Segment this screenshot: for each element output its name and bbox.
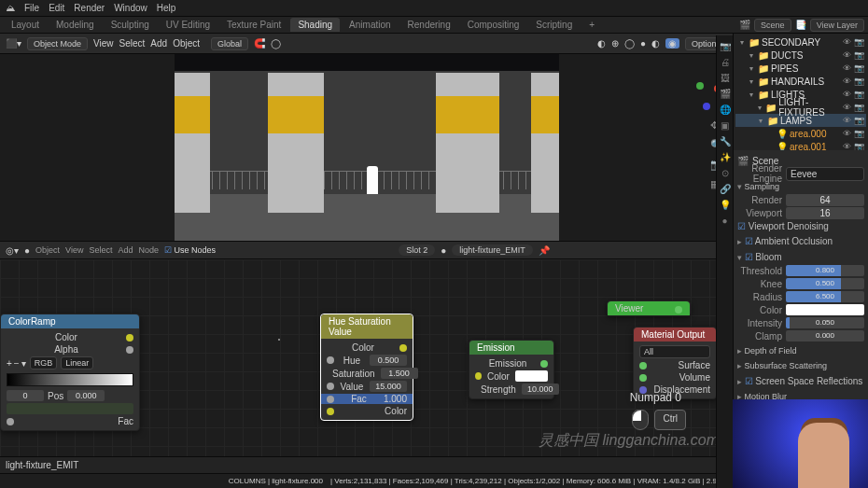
tab-render-icon[interactable]: 📷 [720,41,730,51]
snap-icon[interactable]: 🧲 [254,38,265,49]
mode-dropdown[interactable]: Object Mode [27,37,88,50]
ramp-pos[interactable]: 0.000 [67,390,105,401]
socket-surface[interactable] [639,362,647,369]
ramp-del[interactable]: − [14,358,20,369]
node-emission[interactable]: Emission Emission Color Strength10.000 [469,340,554,399]
shading-render-icon[interactable]: ◉ [665,38,679,49]
outliner-item[interactable]: 💡area.000👁📷 [735,127,866,140]
gizmo-toggle-icon[interactable]: ⊕ [611,38,619,49]
fac-val[interactable]: 1.000 [384,394,407,404]
tab-sculpting[interactable]: Sculpting [104,18,157,32]
hue-val[interactable]: 0.500 [370,355,407,366]
tab-constraint-icon[interactable]: 🔗 [720,184,730,194]
tab-texpaint[interactable]: Texture Paint [219,18,288,32]
socket-emission-out[interactable] [540,360,548,368]
vp-object[interactable]: Object [173,38,200,49]
denoise-check[interactable]: Viewport Denoising [737,221,829,231]
outliner-item[interactable]: ▾📁HANDRAILS👁📷 [735,75,866,88]
sec-dof[interactable]: Depth of Field [737,344,864,357]
outliner-item[interactable]: ▾📁PIPES👁📷 [735,62,866,75]
vp-add[interactable]: Add [150,38,167,49]
tab-particle-icon[interactable]: ✨ [720,152,730,162]
menu-edit[interactable]: Edit [49,3,64,13]
emit-color[interactable] [515,370,548,382]
node-viewer[interactable]: Viewer [607,300,691,316]
samples-render[interactable]: 64 [786,194,864,206]
ramp-stop-color[interactable] [7,403,133,414]
layer-field[interactable]: View Layer [810,19,864,32]
tab-rendering[interactable]: Rendering [400,18,458,32]
sec-sampling[interactable]: Sampling [737,180,864,193]
tab-output-icon[interactable]: 🖨 [720,57,730,67]
node-title[interactable]: Hue Saturation Value [321,314,413,339]
output-target[interactable]: All [639,345,710,358]
node-color-ramp[interactable]: ColorRamp Color Alpha +−▾ RGB Linear 0 P… [0,314,140,431]
tab-physics-icon[interactable]: ⊙ [720,168,730,178]
nh-view[interactable]: View [65,245,83,255]
vp-view[interactable]: View [93,38,114,49]
socket-fac-in[interactable] [7,418,14,425]
outliner-item[interactable]: ▾📁SECONDARY👁📷 [735,35,866,49]
menu-window[interactable]: Window [114,3,147,13]
tab-add[interactable]: + [581,18,602,32]
outliner[interactable]: ▾📁SECONDARY👁📷▾📁DUCTS👁📷▾📁PIPES👁📷▾📁HANDRAI… [734,34,868,150]
engine-dd[interactable]: Eevee [786,167,864,181]
ramp-menu[interactable]: ▾ [21,358,26,369]
tab-scripting[interactable]: Scripting [528,18,580,32]
nh-select[interactable]: Select [89,245,112,255]
mat-breadcrumb[interactable]: light-fixture_EMIT [6,460,78,470]
ramp-interp[interactable]: Linear [61,356,93,369]
proportional-icon[interactable]: ◯ [271,38,281,49]
bloom-knee[interactable]: 0.500 [786,278,864,289]
vp-select[interactable]: Select [119,38,146,49]
sec-bloom[interactable]: Bloom [737,250,864,264]
sh-type-obj[interactable]: ● [24,245,30,256]
bloom-clamp[interactable]: 0.000 [786,330,864,342]
pin-icon[interactable]: 📌 [539,245,550,256]
scene-field[interactable]: Scene [754,19,791,32]
node-material-output[interactable]: Material Output All Surface Volume Displ… [633,327,717,399]
editor-type-icon[interactable]: ⬛▾ [6,38,21,49]
ramp-mode[interactable]: RGB [30,356,58,369]
sec-ssr[interactable]: Screen Space Reflections [737,374,864,388]
orientation-dd[interactable]: Global [211,37,248,50]
shading-matprev-icon[interactable]: ◐ [651,38,660,49]
node-title[interactable]: ColorRamp [1,314,139,328]
bloom-intensity[interactable]: 0.050 [786,317,864,328]
nh-node[interactable]: Node [138,245,159,255]
tab-material-icon[interactable]: ● [720,216,730,226]
outliner-item[interactable]: ▾📁LAMPS👁📷 [735,114,866,127]
val-val[interactable]: 15.000 [370,381,407,392]
slot-select[interactable]: Slot 2 [399,244,435,256]
color-ramp-bar[interactable] [7,373,133,386]
emit-strength[interactable]: 10.000 [522,383,559,395]
tab-object-icon[interactable]: ▣ [720,120,730,131]
tab-scene-icon[interactable]: 🎬 [720,89,730,99]
tab-animation[interactable]: Animation [342,18,398,32]
node-editor-icon[interactable]: ◎▾ [6,245,19,256]
tab-compositing[interactable]: Compositing [460,18,527,32]
menu-help[interactable]: Help [157,3,176,13]
use-nodes-check[interactable]: Use Nodes [164,245,216,255]
shading-wire-icon[interactable]: ◯ [624,38,635,49]
tab-viewlayer-icon[interactable]: 🖼 [720,73,730,83]
menu-file[interactable]: File [24,3,39,13]
node-editor[interactable]: Gradient Texture Color Fac Spherical Vec… [0,259,733,488]
outliner-item[interactable]: 💡area.001👁📷 [735,140,866,150]
tab-layout[interactable]: Layout [4,18,47,32]
socket-color-out[interactable] [399,344,407,352]
sec-ao[interactable]: Ambient Occlusion [737,234,864,248]
outliner-item[interactable]: ▾📁LIGHT-FIXTURES👁📷 [735,101,866,114]
bloom-threshold[interactable]: 0.800 [786,265,864,276]
node-title[interactable]: Material Output [634,328,716,342]
nh-add[interactable]: Add [118,245,133,255]
tab-shading[interactable]: Shading [290,18,340,32]
socket-color-in[interactable] [327,408,334,415]
3d-viewport[interactable]: ✥ 🔍 📷 ▦ [0,54,733,241]
ramp-add[interactable]: + [7,358,12,369]
outliner-item[interactable]: ▾📁DUCTS👁📷 [735,49,866,62]
menu-render[interactable]: Render [74,3,105,13]
ramp-index[interactable]: 0 [7,390,44,401]
tab-data-icon[interactable]: 💡 [720,200,730,210]
material-name[interactable]: light-fixture_EMIT [452,244,533,256]
